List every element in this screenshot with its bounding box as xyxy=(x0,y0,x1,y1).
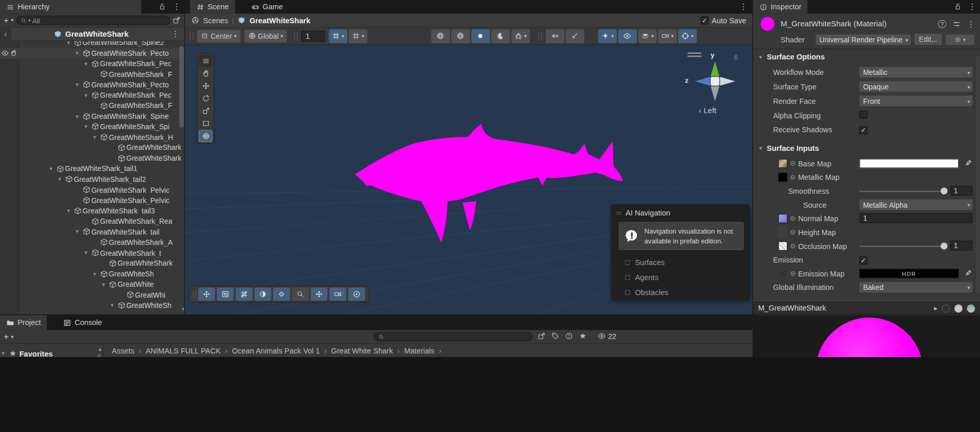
shader-edit-button[interactable]: Edit... xyxy=(914,34,942,45)
source-dropdown[interactable]: Metallic Alpha▾ xyxy=(860,199,973,210)
breadcrumb-scenes[interactable]: Scenes xyxy=(203,16,228,25)
occlusion-map-texture-thumb[interactable] xyxy=(778,241,787,251)
hidden-count-toggle[interactable]: 22 xyxy=(598,332,616,340)
project-search-input[interactable] xyxy=(374,332,532,341)
hierarchy-row[interactable]: GreatWhiteShark_A xyxy=(0,237,184,248)
tool-rect-tool-button[interactable] xyxy=(199,117,213,129)
hierarchy-row[interactable]: ▼GreatWhiteShark_Pec xyxy=(0,90,184,100)
hierarchy-row[interactable]: ▼GreatWhiteShark_tail2 xyxy=(0,174,184,184)
prefab-back-button[interactable]: ‹ xyxy=(0,27,11,40)
ai-nav-item-agents[interactable]: Agents xyxy=(611,270,750,285)
add-asset-caret-icon[interactable]: ▾ xyxy=(11,334,13,340)
hierarchy-row[interactable]: ▼GreatWhiteShark_Spi xyxy=(0,121,184,132)
expand-arrow-icon[interactable]: ▼ xyxy=(47,166,55,172)
ai-nav-item-obstacles[interactable]: Obstacles xyxy=(611,285,750,300)
inspector-scrollbar[interactable] xyxy=(976,56,979,294)
overlay-move-button[interactable] xyxy=(310,288,328,301)
expand-arrow-icon[interactable]: ▼ xyxy=(65,41,73,45)
pop-out-icon[interactable] xyxy=(173,16,181,24)
preview-light-icon[interactable] xyxy=(954,304,962,313)
hierarchy-row[interactable]: ▼GreatWhiteShark_Pec xyxy=(0,58,184,69)
hierarchy-search-input[interactable]: ▾ All xyxy=(16,16,170,25)
overlay-camera-button[interactable] xyxy=(330,288,347,301)
prefab-name[interactable]: GreatWhiteShark xyxy=(65,29,129,38)
auto-save-checkbox[interactable]: ✓ xyxy=(701,16,709,24)
texture-target-icon[interactable] xyxy=(789,215,796,222)
expand-arrow-icon[interactable]: ▼ xyxy=(82,250,90,256)
workflow-mode-dropdown[interactable]: Metallic▾ xyxy=(860,67,973,78)
hierarchy-row[interactable]: GreatWhiteShark_Pelvic xyxy=(0,195,184,206)
scene-viewport[interactable]: y z ‹Left AI Navigation Navigation visua… xyxy=(185,45,753,314)
expand-arrow-icon[interactable]: ▼ xyxy=(108,303,116,308)
hierarchy-row[interactable]: GreatWhiteShark_Pelvic xyxy=(0,184,184,195)
overlay-drag-handle[interactable] xyxy=(193,290,196,298)
overlay-sliders-button[interactable] xyxy=(217,288,234,301)
base-map-color-swatch[interactable] xyxy=(860,159,959,168)
overlay-move-button[interactable] xyxy=(198,288,215,301)
star-icon[interactable] xyxy=(579,332,587,340)
expand-arrow-icon[interactable]: ▼ xyxy=(56,177,64,182)
alpha-clipping-checkbox[interactable] xyxy=(860,111,868,119)
inspector-kebab-icon[interactable]: ⋮ xyxy=(968,2,976,11)
hierarchy-row[interactable]: ▼GreatWhiteShark_Spine xyxy=(0,111,184,121)
slider-value-field[interactable]: 1 xyxy=(950,186,973,195)
emission-checkbox[interactable]: ✓ xyxy=(860,256,868,264)
expand-arrow-icon[interactable]: ▼ xyxy=(90,271,99,277)
texture-target-icon[interactable] xyxy=(789,160,796,167)
hierarchy-row[interactable]: GreatWhiteShark xyxy=(0,258,184,269)
orientation-mode-button[interactable]: Global ▾ xyxy=(244,29,287,42)
expand-arrow-icon[interactable]: ▼ xyxy=(0,351,6,357)
breadcrumb-ocean-animals-pack-vol-1[interactable]: Ocean Animals Pack Vol 1 xyxy=(232,346,320,355)
hierarchy-row[interactable]: ▼GreatWhiteSh xyxy=(0,300,184,311)
texture-target-icon[interactable] xyxy=(789,174,796,180)
hierarchy-row[interactable]: ▼GreatWhiteShark_tail3 xyxy=(0,206,184,216)
overlay-sphere-half-button[interactable] xyxy=(254,288,271,301)
scroll-up-icon[interactable]: ▲ xyxy=(98,346,103,352)
preview-environment-icon[interactable] xyxy=(967,304,975,313)
tool-menu-button[interactable] xyxy=(199,55,213,67)
pivot-mode-button[interactable]: Center ▾ xyxy=(197,29,240,42)
audio-slash-arrow-button[interactable] xyxy=(566,29,584,43)
tool-rotate-button[interactable] xyxy=(199,92,213,104)
overlay-search-button[interactable] xyxy=(292,288,309,301)
surface-inputs-header[interactable]: ▼ Surface Inputs xyxy=(758,144,819,152)
shader-dropdown[interactable]: Universal Render Pipeline▾ xyxy=(816,35,911,45)
audio-audio-mute-button[interactable] xyxy=(546,29,564,43)
texture-target-icon[interactable] xyxy=(789,270,796,277)
expand-arrow-icon[interactable]: ▼ xyxy=(82,92,90,98)
hierarchy-row[interactable]: ▼GreatWhiteShark_H xyxy=(0,132,184,143)
hierarchy-row[interactable]: ▼GreatWhiteShark_t xyxy=(0,248,184,258)
gizmo-eye-button[interactable] xyxy=(618,29,636,43)
hierarchy-row[interactable]: GreatWhi xyxy=(0,290,184,300)
orientation-gizmo[interactable] xyxy=(679,50,753,113)
hierarchy-row[interactable]: ▼GreatWhiteShark_tail1 xyxy=(0,164,184,174)
tab-console[interactable]: Console xyxy=(57,315,108,330)
tool-move-button[interactable] xyxy=(199,80,213,92)
preview-popout-icon[interactable]: ▸ xyxy=(934,304,938,313)
shading-wire-sphere-button[interactable] xyxy=(451,29,470,43)
overlay-grid-slash-button[interactable] xyxy=(236,288,253,301)
lock-icon[interactable] xyxy=(158,3,166,11)
alert-icon[interactable] xyxy=(565,332,573,340)
label-icon[interactable] xyxy=(551,332,559,340)
ai-nav-item-surfaces[interactable]: Surfaces xyxy=(611,255,750,270)
emission-hdr-swatch[interactable]: HDR xyxy=(860,269,959,278)
expand-arrow-icon[interactable]: ▼ xyxy=(82,61,90,67)
metallic-map-texture-thumb[interactable] xyxy=(778,173,787,182)
tab-hierarchy[interactable]: Hierarchy xyxy=(0,0,141,14)
scene-kebab-icon[interactable]: ⋮ xyxy=(739,2,748,11)
gizmo-gizmo-button[interactable]: ▾ xyxy=(678,29,696,43)
shading-dot-button[interactable] xyxy=(471,29,490,43)
slider-value-field[interactable]: 1 xyxy=(950,241,973,251)
expand-arrow-icon[interactable]: ▼ xyxy=(73,51,82,56)
tool-transform-button[interactable] xyxy=(199,130,213,142)
shading-bug-button[interactable]: ▾ xyxy=(511,29,530,43)
hierarchy-row[interactable]: GreatWhiteShark_F xyxy=(0,69,184,80)
snap-grid-button[interactable]: ▾ xyxy=(329,29,347,43)
render-face-dropdown[interactable]: Front▾ xyxy=(860,96,973,106)
search-in-icon[interactable] xyxy=(537,332,546,340)
inspector-lock-icon[interactable] xyxy=(954,3,962,11)
base-map-texture-thumb[interactable] xyxy=(778,159,787,168)
tool-scale-button[interactable] xyxy=(199,105,213,117)
gizmo-lock-icon[interactable] xyxy=(733,54,739,60)
